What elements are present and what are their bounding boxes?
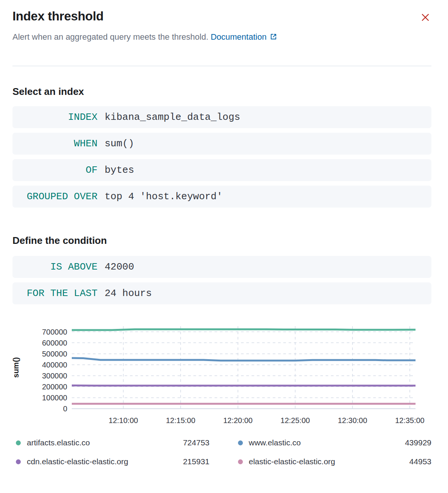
legend-value: 44953	[409, 457, 431, 466]
expression-group-by[interactable]: GROUPED OVER top 4 'host.keyword'	[12, 186, 431, 208]
legend-label: artifacts.elastic.co	[27, 438, 90, 447]
expression-value: sum()	[105, 138, 134, 149]
expression-of-field[interactable]: OF bytes	[12, 159, 431, 181]
expression-keyword: INDEX	[12, 112, 97, 123]
expression-keyword: OF	[12, 164, 97, 176]
y-tick-label: 300000	[42, 372, 67, 380]
expression-threshold[interactable]: IS ABOVE 42000	[12, 256, 431, 278]
expression-value: bytes	[105, 164, 134, 176]
chart-series-line	[72, 385, 416, 386]
y-tick-label: 0	[63, 405, 67, 413]
y-tick-label: 100000	[42, 394, 67, 402]
expression-value: top 4 'host.keyword'	[105, 191, 222, 202]
expression-keyword: GROUPED OVER	[12, 191, 97, 202]
x-tick-label: 12:10:00	[109, 416, 138, 425]
legend-item-cdn: cdn.elastic-elastic-elastic.org 215931	[12, 457, 210, 466]
y-tick-label: 600000	[42, 339, 67, 347]
legend-label: cdn.elastic-elastic-elastic.org	[27, 457, 128, 466]
subtitle-text: Alert when an aggregated query meets the…	[12, 32, 209, 42]
legend-value: 215931	[183, 457, 209, 466]
documentation-link-label: Documentation	[211, 32, 267, 42]
expression-aggregation[interactable]: WHEN sum()	[12, 133, 431, 155]
chart-series-line	[72, 329, 416, 330]
legend-label: www.elastic.co	[249, 438, 301, 447]
y-tick-label: 400000	[42, 361, 67, 369]
define-condition-heading: Define the condition	[12, 234, 431, 247]
legend-value: 724753	[183, 438, 209, 447]
threshold-preview-chart: 0100000200000300000400000500000600000700…	[12, 321, 431, 425]
y-tick-label: 500000	[42, 350, 67, 358]
expression-value: 42000	[105, 261, 134, 273]
chart-legend: artifacts.elastic.co 724753 www.elastic.…	[12, 438, 431, 466]
close-button[interactable]	[419, 11, 431, 25]
select-index-heading: Select an index	[12, 85, 431, 98]
flyout-header: Index threshold	[12, 9, 431, 25]
x-tick-label: 12:25:00	[281, 416, 310, 425]
legend-dot	[16, 440, 21, 445]
legend-item-artifacts: artifacts.elastic.co 724753	[12, 438, 210, 447]
header-divider	[12, 66, 431, 66]
expression-value: 24 hours	[105, 288, 152, 299]
x-tick-label: 12:15:00	[166, 416, 195, 425]
external-link-icon	[269, 33, 278, 41]
expression-index[interactable]: INDEX kibana_sample_data_logs	[12, 106, 431, 128]
legend-dot	[16, 459, 21, 464]
select-index-section: Select an index INDEX kibana_sample_data…	[12, 85, 431, 208]
expression-keyword: WHEN	[12, 138, 97, 149]
close-icon	[420, 12, 431, 23]
x-tick-label: 12:30:00	[338, 416, 367, 425]
page-title: Index threshold	[12, 9, 104, 23]
expression-value: kibana_sample_data_logs	[105, 112, 240, 123]
expression-time-window[interactable]: FOR THE LAST 24 hours	[12, 282, 431, 304]
expression-keyword: FOR THE LAST	[12, 288, 97, 299]
legend-label: elastic-elastic-elastic.org	[249, 457, 335, 466]
expression-keyword: IS ABOVE	[12, 261, 97, 273]
legend-value: 439929	[405, 438, 431, 447]
y-tick-label: 700000	[42, 328, 67, 336]
index-threshold-flyout: Index threshold Alert when an aggregated…	[0, 0, 448, 466]
threshold-chart-svg: 0100000200000300000400000500000600000700…	[12, 321, 431, 425]
define-condition-section: Define the condition IS ABOVE 42000 FOR …	[12, 234, 431, 304]
legend-item-www: www.elastic.co 439929	[235, 438, 432, 447]
x-tick-label: 12:35:00	[395, 416, 425, 425]
legend-dot	[238, 440, 243, 445]
legend-dot	[238, 459, 243, 464]
legend-item-elastic: elastic-elastic-elastic.org 44953	[235, 457, 432, 466]
documentation-link[interactable]: Documentation	[211, 32, 278, 42]
x-tick-label: 12:20:00	[223, 416, 253, 425]
page-subtitle: Alert when an aggregated query meets the…	[12, 31, 431, 43]
y-axis-title: sum()	[12, 357, 20, 378]
y-tick-label: 200000	[42, 383, 67, 391]
